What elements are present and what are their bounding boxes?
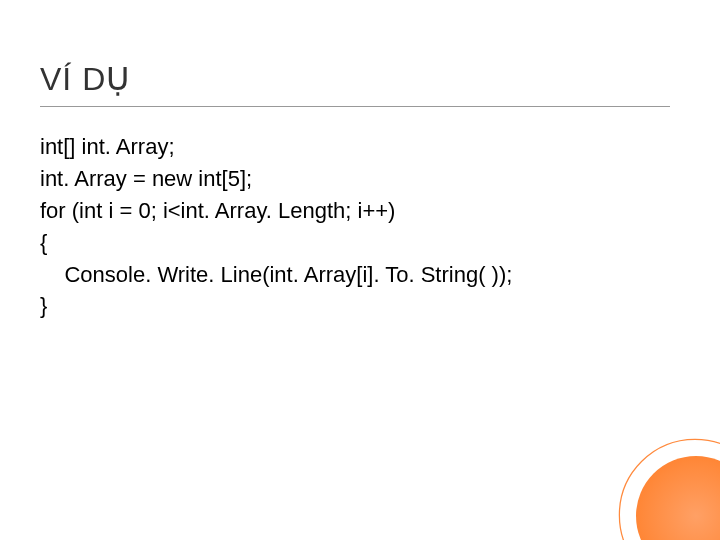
title-underline — [40, 106, 670, 107]
slide-container: VÍ DỤ int[] int. Array; int. Array = new… — [0, 0, 720, 540]
code-line: Console. Write. Line(int. Array[i]. To. … — [40, 259, 680, 291]
code-line: } — [40, 290, 680, 322]
code-line: int. Array = new int[5]; — [40, 163, 680, 195]
code-line: int[] int. Array; — [40, 131, 680, 163]
code-line: { — [40, 227, 680, 259]
code-block: int[] int. Array; int. Array = new int[5… — [40, 131, 680, 322]
code-line: for (int i = 0; i<int. Array. Length; i+… — [40, 195, 680, 227]
slide-title: VÍ DỤ — [40, 60, 680, 98]
